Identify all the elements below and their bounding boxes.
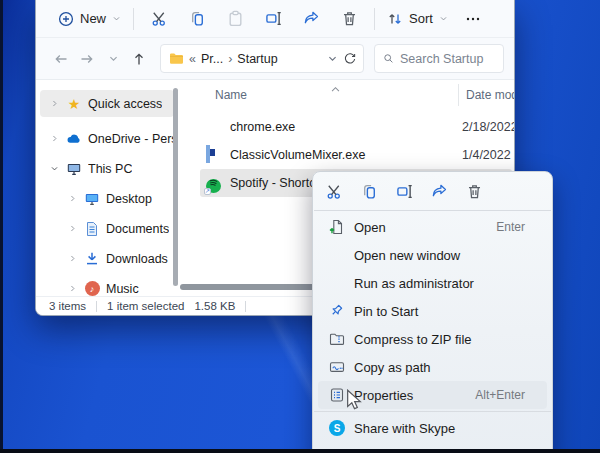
menu-item-label: Share with Skype	[354, 421, 455, 436]
menu-item-label: Run as administrator	[354, 276, 474, 291]
cut-button[interactable]	[140, 5, 178, 33]
sort-ascending-icon	[330, 82, 341, 96]
menu-item-label: Open	[354, 220, 386, 235]
sidebar-item-onedrive[interactable]: OneDrive - Personal	[40, 125, 174, 152]
search-input[interactable]	[400, 52, 495, 66]
paste-button[interactable]	[216, 5, 254, 33]
menu-item-label: Open new window	[354, 248, 460, 263]
sidebar-item-label: Downloads	[106, 252, 168, 266]
pin-icon	[328, 303, 346, 319]
column-header-name[interactable]: Name	[215, 88, 247, 102]
copy-button[interactable]	[178, 5, 216, 33]
share-button[interactable]	[292, 5, 330, 33]
menu-item-share-with-skype[interactable]: S Share with Skype	[318, 414, 547, 442]
breadcrumb-parent[interactable]: Pr...	[201, 52, 223, 66]
empty-icon-slot	[328, 275, 346, 291]
menu-item-run-as-administrator[interactable]: Run as administrator	[318, 269, 547, 297]
sidebar-item-quick-access[interactable]: ★ Quick access	[40, 90, 174, 117]
volume-mixer-icon	[206, 147, 222, 163]
sidebar-item-desktop[interactable]: Desktop	[40, 185, 174, 212]
file-row-chrome[interactable]: chrome.exe 2/18/2022	[200, 113, 512, 141]
menu-item-compress-to-zip[interactable]: Compress to ZIP file	[318, 325, 547, 353]
back-button[interactable]	[48, 46, 74, 72]
sidebar-item-documents[interactable]: Documents	[40, 215, 174, 242]
search-icon	[383, 52, 394, 65]
search-box[interactable]	[374, 44, 504, 73]
copy-button[interactable]	[360, 182, 378, 200]
trash-icon	[466, 183, 483, 200]
sort-button-label: Sort	[409, 11, 433, 26]
trash-icon	[341, 10, 358, 27]
chevron-down-icon	[112, 14, 121, 23]
new-button[interactable]: New	[52, 7, 127, 31]
properties-icon	[328, 387, 346, 403]
sidebar-item-music[interactable]: ♪ Music	[40, 275, 174, 302]
folder-icon	[169, 52, 184, 65]
breadcrumb-current[interactable]: Startup	[237, 52, 277, 66]
chevron-down-icon	[108, 53, 119, 64]
sidebar-item-downloads[interactable]: Downloads	[40, 245, 174, 272]
chevron-right-icon[interactable]	[68, 254, 78, 263]
download-icon	[84, 251, 100, 267]
chevron-down-icon[interactable]	[50, 164, 60, 173]
menu-item-shortcut: Enter	[496, 220, 525, 234]
recent-locations-button[interactable]	[100, 46, 126, 72]
menu-item-copy-as-path[interactable]: Copy as path	[318, 353, 547, 381]
chevron-right-icon[interactable]	[68, 224, 78, 233]
copy-icon	[189, 10, 206, 27]
delete-button[interactable]	[330, 5, 368, 33]
file-row-classicvolumemixer[interactable]: ClassicVolumeMixer.exe 1/4/2022 1	[200, 141, 512, 169]
delete-button[interactable]	[465, 182, 483, 200]
up-button[interactable]	[126, 46, 152, 72]
address-bar[interactable]: « Pr... › Startup	[160, 44, 364, 73]
chevron-right-icon[interactable]	[68, 194, 78, 203]
column-divider[interactable]	[458, 84, 459, 106]
chevron-right-icon[interactable]	[68, 284, 78, 293]
status-divider	[245, 301, 246, 312]
chevron-down-icon	[439, 14, 448, 23]
file-name: ClassicVolumeMixer.exe	[230, 148, 365, 162]
sidebar-item-this-pc[interactable]: This PC	[40, 155, 174, 182]
open-file-icon	[328, 219, 346, 235]
mouse-cursor	[345, 389, 365, 415]
cut-button[interactable]	[325, 182, 343, 200]
chevron-right-icon[interactable]	[50, 134, 60, 143]
new-button-label: New	[80, 11, 106, 26]
spotify-shortcut-icon: ↗	[206, 175, 222, 191]
file-date-modified: 1/4/2022 1	[462, 148, 515, 162]
sidebar-item-label: Music	[106, 282, 139, 296]
column-headers: Name Date modi	[178, 84, 514, 106]
shortcut-arrow-overlay-icon: ↗	[204, 188, 211, 195]
cloud-icon	[66, 131, 82, 147]
status-divider	[96, 301, 97, 312]
refresh-icon[interactable]	[343, 52, 357, 66]
menu-item-open[interactable]: Open Enter	[318, 213, 547, 241]
menu-item-open-new-window[interactable]: Open new window	[318, 241, 547, 269]
column-header-date-modified[interactable]: Date modi	[466, 88, 515, 102]
rename-button[interactable]	[395, 182, 413, 200]
file-name: chrome.exe	[230, 120, 295, 134]
forward-button[interactable]	[74, 46, 100, 72]
menu-item-pin-to-start[interactable]: Pin to Start	[318, 297, 547, 325]
skype-icon: S	[328, 420, 346, 436]
sidebar-item-label: Quick access	[88, 97, 162, 111]
menu-item-label: Compress to ZIP file	[354, 332, 472, 347]
rename-icon	[265, 10, 282, 27]
music-icon: ♪	[84, 281, 100, 297]
zip-folder-icon	[328, 331, 346, 347]
back-arrow-icon	[53, 51, 69, 67]
share-button[interactable]	[430, 182, 448, 200]
sort-button[interactable]: Sort	[381, 7, 454, 31]
copy-path-icon	[328, 359, 346, 375]
document-icon	[84, 221, 100, 237]
chevron-right-icon[interactable]	[50, 99, 60, 108]
desktop-icon	[84, 191, 100, 207]
sort-arrows-icon	[387, 11, 403, 27]
toolbar-divider	[133, 8, 134, 30]
menu-item-label: Copy as path	[354, 360, 431, 375]
breadcrumb-overflow[interactable]: «	[189, 52, 196, 66]
rename-button[interactable]	[254, 5, 292, 33]
ellipsis-icon	[465, 11, 481, 27]
chevron-down-icon[interactable]	[327, 53, 338, 64]
see-more-button[interactable]	[454, 5, 492, 33]
